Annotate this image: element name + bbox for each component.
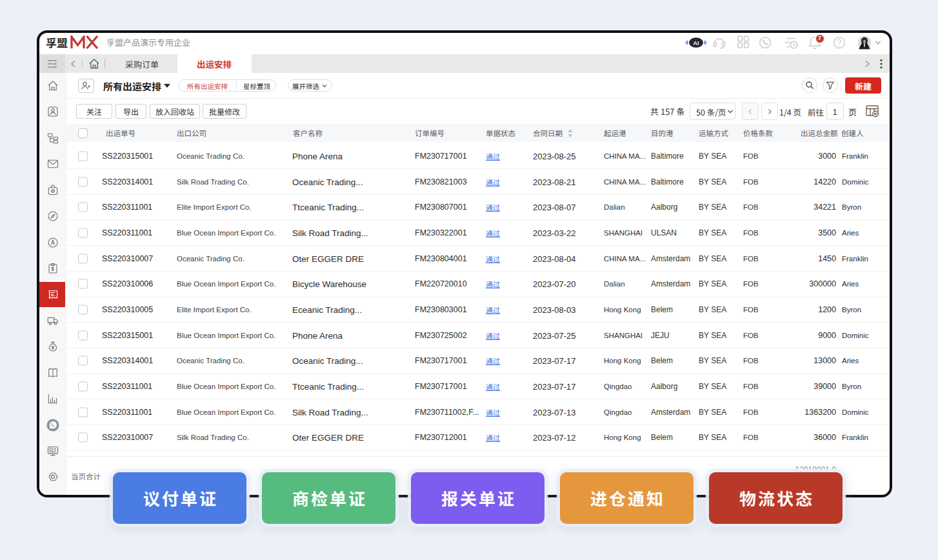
svg-text:AI: AI — [694, 40, 699, 46]
